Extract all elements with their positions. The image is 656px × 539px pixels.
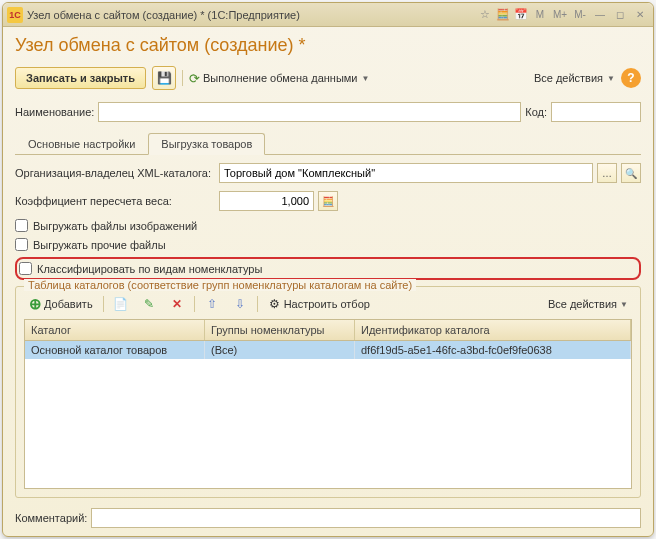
- close-button[interactable]: ✕: [631, 7, 649, 23]
- exchange-button[interactable]: ⟳ Выполнение обмена данными ▼: [189, 71, 369, 86]
- move-up-button[interactable]: ⇧: [201, 295, 223, 313]
- grid-all-actions-button[interactable]: Все действия ▼: [544, 296, 632, 312]
- org-label: Организация-владелец XML-каталога:: [15, 167, 215, 179]
- edit-button[interactable]: ✎: [138, 295, 160, 313]
- classify-label: Классифицировать по видам номенклатуры: [37, 263, 262, 275]
- help-button[interactable]: ?: [621, 68, 641, 88]
- org-input[interactable]: [219, 163, 593, 183]
- chevron-down-icon: ▼: [620, 300, 628, 309]
- filter-button[interactable]: ⚙ Настроить отбор: [264, 295, 374, 313]
- main-toolbar: Записать и закрыть 💾 ⟳ Выполнение обмена…: [15, 66, 641, 90]
- minimize-button[interactable]: —: [591, 7, 609, 23]
- cell-catalog: Основной каталог товаров: [25, 341, 205, 359]
- all-actions-label: Все действия: [534, 72, 603, 84]
- coef-input[interactable]: [219, 191, 314, 211]
- arrow-down-icon: ⇩: [233, 297, 247, 311]
- coef-label: Коэффициент пересчета веса:: [15, 195, 215, 207]
- chevron-down-icon: ▼: [607, 74, 615, 83]
- separator: [103, 296, 104, 312]
- delete-icon: ✕: [170, 297, 184, 311]
- table-row[interactable]: Основной каталог товаров (Все) df6f19d5-…: [25, 341, 631, 359]
- export-other-checkbox[interactable]: [15, 238, 28, 251]
- m-minus-button[interactable]: M-: [571, 7, 589, 23]
- delete-button[interactable]: ✕: [166, 295, 188, 313]
- exchange-label: Выполнение обмена данными: [203, 72, 357, 84]
- m-button[interactable]: M: [531, 7, 549, 23]
- comment-input[interactable]: [91, 508, 641, 528]
- export-images-label: Выгружать файлы изображений: [33, 220, 197, 232]
- m-plus-button[interactable]: M+: [551, 7, 569, 23]
- separator: [257, 296, 258, 312]
- refresh-icon: ⟳: [189, 71, 200, 86]
- grid-all-actions-label: Все действия: [548, 298, 617, 310]
- copy-icon: 📄: [114, 297, 128, 311]
- separator: [194, 296, 195, 312]
- groupbox-title: Таблица каталогов (соответствие групп но…: [24, 279, 416, 291]
- add-label: Добавить: [44, 298, 93, 310]
- col-id[interactable]: Идентификатор каталога: [355, 320, 631, 340]
- save-button[interactable]: 💾: [152, 66, 176, 90]
- add-button[interactable]: ⊕ Добавить: [24, 295, 97, 313]
- org-select-button[interactable]: …: [597, 163, 617, 183]
- favorites-icon[interactable]: ☆: [477, 7, 493, 23]
- chevron-down-icon: ▼: [362, 74, 370, 83]
- move-down-button[interactable]: ⇩: [229, 295, 251, 313]
- name-input[interactable]: [98, 102, 521, 122]
- grid-body[interactable]: [25, 359, 631, 488]
- export-other-label: Выгружать прочие файлы: [33, 239, 166, 251]
- app-window: 1C Узел обмена с сайтом (создание) * (1С…: [2, 2, 654, 537]
- grid-header: Каталог Группы номенклатуры Идентификато…: [25, 320, 631, 341]
- tab-basic-settings[interactable]: Основные настройки: [15, 133, 148, 155]
- tab-bar: Основные настройки Выгрузка товаров: [15, 132, 641, 155]
- code-input[interactable]: [551, 102, 641, 122]
- maximize-button[interactable]: ◻: [611, 7, 629, 23]
- filter-icon: ⚙: [268, 297, 282, 311]
- separator: [182, 70, 183, 86]
- copy-button[interactable]: 📄: [110, 295, 132, 313]
- col-groups[interactable]: Группы номенклатуры: [205, 320, 355, 340]
- comment-label: Комментарий:: [15, 512, 87, 524]
- code-label: Код:: [525, 106, 547, 118]
- name-label: Наименование:: [15, 106, 94, 118]
- page-title: Узел обмена с сайтом (создание) *: [15, 35, 641, 56]
- calendar-icon[interactable]: 📅: [513, 7, 529, 23]
- col-catalog[interactable]: Каталог: [25, 320, 205, 340]
- plus-icon: ⊕: [28, 297, 42, 311]
- titlebar-text: Узел обмена с сайтом (создание) * (1С:Пр…: [27, 9, 477, 21]
- classify-checkbox[interactable]: [19, 262, 32, 275]
- export-images-checkbox[interactable]: [15, 219, 28, 232]
- app-icon: 1C: [7, 7, 23, 23]
- save-and-close-button[interactable]: Записать и закрыть: [15, 67, 146, 89]
- all-actions-button[interactable]: Все действия ▼: [534, 72, 615, 84]
- filter-label: Настроить отбор: [284, 298, 370, 310]
- titlebar: 1C Узел обмена с сайтом (создание) * (1С…: [3, 3, 653, 27]
- arrow-up-icon: ⇧: [205, 297, 219, 311]
- classify-highlight: Классифицировать по видам номенклатуры: [15, 257, 641, 280]
- coef-calculator-button[interactable]: 🧮: [318, 191, 338, 211]
- tab-export-goods[interactable]: Выгрузка товаров: [148, 133, 265, 155]
- catalog-grid: Каталог Группы номенклатуры Идентификато…: [24, 319, 632, 489]
- pencil-icon: ✎: [142, 297, 156, 311]
- calculator-icon[interactable]: 🧮: [495, 7, 511, 23]
- grid-toolbar: ⊕ Добавить 📄 ✎ ✕ ⇧ ⇩ ⚙ Настроить отбор: [24, 295, 632, 313]
- cell-groups: (Все): [205, 341, 355, 359]
- cell-id: df6f19d5-a5e1-46fc-a3bd-fc0ef9fe0638: [355, 341, 631, 359]
- org-open-button[interactable]: 🔍: [621, 163, 641, 183]
- catalog-groupbox: Таблица каталогов (соответствие групп но…: [15, 286, 641, 498]
